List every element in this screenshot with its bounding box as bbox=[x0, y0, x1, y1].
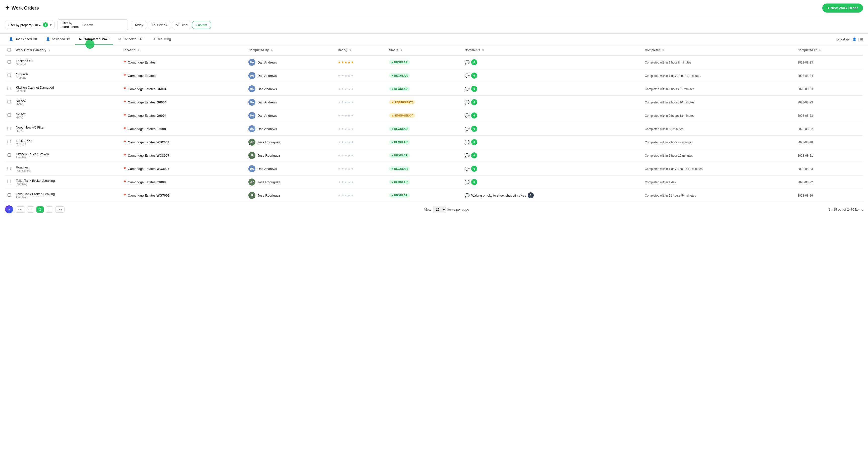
location-name: Cambridge Estates bbox=[128, 100, 156, 104]
star-5: ★ bbox=[351, 87, 354, 91]
circle-icon: ● bbox=[391, 74, 393, 77]
star-1: ★ bbox=[338, 114, 341, 118]
table-row: No A/CHVAC📍Cambridge EstatesG6004DADan A… bbox=[5, 109, 863, 122]
select-all-checkbox[interactable] bbox=[7, 48, 11, 52]
star-5: ★ bbox=[351, 114, 354, 118]
location-pin-icon: 📍 bbox=[123, 167, 127, 171]
table-header: Work Order Category ⇅ Location ⇅ Complet… bbox=[5, 45, 863, 56]
search-label: Filter by search term: bbox=[61, 21, 81, 29]
star-2: ★ bbox=[341, 114, 344, 118]
star-4: ★ bbox=[348, 87, 351, 91]
circle-icon: ● bbox=[391, 127, 393, 130]
completed-by-cell: DADan Andrews bbox=[246, 162, 335, 176]
star-2: ★ bbox=[341, 87, 344, 91]
col-comments-label: Comments bbox=[465, 49, 480, 52]
category-name: Need New AC Filter bbox=[16, 126, 118, 129]
row-checkbox[interactable] bbox=[7, 140, 11, 144]
location-cell: 📍Cambridge EstatesWB2003 bbox=[120, 135, 246, 149]
star-2: ★ bbox=[341, 127, 344, 131]
col-status: Status ⇅ bbox=[386, 45, 462, 56]
completed-at-date: 2023-08-23 bbox=[798, 167, 813, 171]
this-week-filter-button[interactable]: This Week bbox=[148, 21, 171, 29]
row-checkbox[interactable] bbox=[7, 167, 11, 170]
completed-duration-cell: Completed within 21 hours 54 minutes bbox=[642, 189, 795, 202]
next-page-button[interactable]: > bbox=[46, 207, 53, 213]
new-work-order-button[interactable]: + New Work Order bbox=[822, 3, 863, 12]
completed-at-cell: 2023-08-23 bbox=[795, 162, 863, 176]
page-3-button[interactable]: 3 bbox=[36, 207, 44, 213]
category-cell: Toilet Tank Broken/LeakingPlumbing bbox=[13, 189, 120, 202]
sort-icon-completed-by[interactable]: ⇅ bbox=[271, 49, 273, 52]
filter-property-dropdown[interactable]: Filter by property: ⊞ ● 1 ▾ bbox=[5, 21, 55, 29]
custom-filter-button[interactable]: Custom bbox=[192, 21, 211, 29]
sort-icon-comments[interactable]: ⇅ bbox=[482, 49, 484, 52]
tab-assigned-count: 12 bbox=[67, 37, 70, 41]
row-checkbox[interactable] bbox=[7, 100, 11, 103]
export-csv-icon[interactable]: 👤 bbox=[852, 37, 857, 41]
work-orders-table-container: Work Order Category ⇅ Location ⇅ Complet… bbox=[0, 45, 868, 202]
comments-cell: 💬0 bbox=[462, 82, 642, 96]
row-checkbox[interactable] bbox=[7, 114, 11, 117]
star-2: ★ bbox=[341, 167, 344, 171]
tab-assigned[interactable]: 👤 Assigned 12 bbox=[42, 34, 74, 45]
star-4: ★ bbox=[348, 194, 351, 197]
today-filter-button[interactable]: Today bbox=[131, 21, 147, 29]
prev-page-button[interactable]: < bbox=[27, 207, 34, 213]
assignee-name: Dan Andrews bbox=[257, 167, 277, 171]
sort-icon-completed-at[interactable]: ⇅ bbox=[818, 49, 820, 52]
col-category-label: Work Order Category bbox=[16, 49, 46, 52]
row-checkbox[interactable] bbox=[7, 180, 11, 183]
row-checkbox[interactable] bbox=[7, 73, 11, 77]
stars-row: ★★★★★ bbox=[338, 194, 384, 197]
completed-at-cell: 2023-08-18 bbox=[795, 135, 863, 149]
items-per-page-select[interactable]: 15 25 50 bbox=[433, 206, 446, 213]
star-4: ★ bbox=[348, 167, 351, 171]
row-checkbox[interactable] bbox=[7, 153, 11, 157]
comment-count-badge: 1 bbox=[528, 192, 534, 198]
status-cell: ●REGULAR bbox=[386, 56, 462, 69]
star-2: ★ bbox=[341, 61, 344, 64]
tab-unassigned[interactable]: 👤 Unassigned 38 bbox=[5, 34, 41, 45]
category-cell: Need New AC FilterHVAC bbox=[13, 122, 120, 135]
category-sub: General bbox=[16, 143, 118, 146]
completed-by-cell: DADan Andrews bbox=[246, 122, 335, 135]
next-next-page-button[interactable]: >> bbox=[55, 207, 65, 213]
sort-icon-completed[interactable]: ⇅ bbox=[662, 49, 664, 52]
tab-canceled[interactable]: ⊠ Canceled 145 bbox=[114, 34, 148, 45]
tab-recurring[interactable]: ↺ Recurring bbox=[149, 34, 175, 45]
completed-duration: Completed within 38 minutes bbox=[645, 127, 683, 131]
row-checkbox[interactable] bbox=[7, 60, 11, 64]
sort-icon-status[interactable]: ⇅ bbox=[400, 49, 402, 52]
export-grid-icon[interactable]: ⊞ bbox=[860, 37, 863, 41]
rating-cell: ★★★★★ bbox=[335, 96, 386, 109]
completed-duration: Completed within 2 hours 10 minutes bbox=[645, 101, 694, 104]
location-unit: WC3007 bbox=[156, 167, 169, 171]
avatar: DA bbox=[248, 72, 255, 79]
tab-completed[interactable]: ☑ Completed 2476 bbox=[75, 34, 113, 45]
completed-at-cell: 2023-08-23 bbox=[795, 96, 863, 109]
prev-prev-page-button[interactable]: << bbox=[16, 207, 25, 213]
assignee-name: Jose Rodriguez bbox=[257, 154, 280, 157]
sort-icon-category[interactable]: ⇅ bbox=[48, 49, 50, 52]
sort-icon-rating[interactable]: ⇅ bbox=[349, 49, 351, 52]
category-cell: RoachesPest Control bbox=[13, 162, 120, 176]
category-sub: HVAC bbox=[16, 103, 118, 106]
star-3: ★ bbox=[344, 140, 347, 144]
row-checkbox[interactable] bbox=[7, 127, 11, 130]
sort-icon-location[interactable]: ⇅ bbox=[137, 49, 139, 52]
completed-duration: Completed within 1 day 3 hours 19 minute… bbox=[645, 167, 703, 171]
row-checkbox[interactable] bbox=[7, 193, 11, 197]
select-all-header[interactable] bbox=[5, 45, 13, 56]
completed-at-cell: 2023-08-23 bbox=[795, 56, 863, 69]
location-name: Cambridge Estates bbox=[128, 167, 156, 171]
category-cell: Kitchen Faucet BrokenPlumbing bbox=[13, 149, 120, 162]
row-checkbox[interactable] bbox=[7, 87, 11, 90]
stars-row: ★★★★★ bbox=[338, 100, 384, 104]
col-rating-label: Rating bbox=[338, 49, 347, 52]
location-name: Cambridge Estates bbox=[128, 74, 156, 77]
filter-count-badge: 1 bbox=[43, 22, 48, 27]
star-5: ★ bbox=[351, 194, 354, 197]
search-input[interactable] bbox=[83, 23, 124, 27]
circle-icon: ● bbox=[391, 194, 393, 197]
all-time-filter-button[interactable]: All Time bbox=[172, 21, 191, 29]
